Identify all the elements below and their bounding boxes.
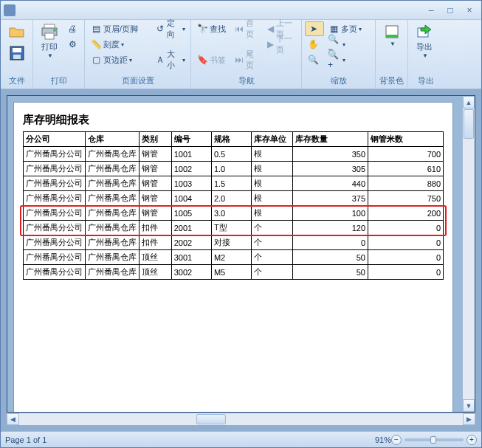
zoom-plus-button[interactable]: + (466, 435, 477, 445)
table-cell: 1.0 (211, 162, 251, 176)
bgcolor-group-label: 背景色 (379, 74, 404, 89)
table-cell: 广州番禺分公司 (24, 162, 86, 176)
pointer-icon: ➤ (308, 23, 320, 35)
pointer-tool-button[interactable]: ➤ (305, 21, 324, 36)
table-cell: 扣件 (140, 221, 172, 235)
table-row: 广州番禺分公司广州番禺仓库钢管10053.0根100200 (24, 206, 444, 221)
zoom-track[interactable] (404, 438, 464, 441)
table-cell: M5 (211, 265, 251, 280)
close-button[interactable]: × (461, 4, 478, 17)
size-button[interactable]: Ａ大小▾ (153, 52, 188, 67)
scale-button[interactable]: 📏刻度▾ (88, 37, 151, 52)
table-header: 钢管米数 (368, 132, 444, 147)
table-cell: 广州番禺仓库 (86, 250, 140, 265)
table-cell: 0 (368, 250, 444, 265)
svg-rect-6 (45, 33, 54, 39)
zoom-minus-button[interactable]: − (391, 435, 402, 445)
magnify-tool-button[interactable]: 🔍 (305, 52, 324, 67)
find-label: 查找 (210, 24, 226, 35)
quick-print-button[interactable]: 🖨 (64, 21, 82, 36)
table-cell: 440 (293, 176, 368, 191)
open-button[interactable] (4, 21, 30, 42)
printer-icon (41, 23, 58, 41)
table-cell: 根 (251, 162, 292, 176)
magnifier-icon: 🔍 (307, 54, 319, 66)
scroll-viewport: 库存明细报表 分公司仓库类别编号规格库存单位库存数量钢管米数 广州番禺分公司广州… (7, 95, 475, 413)
first-page-button[interactable]: ⏮首页 (232, 21, 261, 36)
scroll-thumb[interactable] (196, 414, 226, 424)
zoom-in-icon: 🔍+ (328, 54, 340, 66)
vertical-scrollbar[interactable]: ▲ ▼ (462, 96, 475, 412)
table-cell: 根 (251, 147, 292, 162)
page-status: Page 1 of 1 (5, 435, 47, 444)
table-cell: 2.0 (211, 191, 251, 206)
last-page-button[interactable]: ⏭尾页 (232, 52, 261, 67)
scroll-left-button[interactable]: ◀ (7, 413, 19, 425)
folder-open-icon (8, 23, 26, 41)
first-icon: ⏮ (234, 23, 244, 35)
prev-icon: ◀ (266, 23, 275, 35)
scroll-thumb[interactable] (464, 109, 474, 139)
table-cell: 个 (251, 250, 292, 265)
export-group-label: 导出 (411, 74, 441, 89)
export-button[interactable]: 导出 ▼ (411, 21, 438, 61)
chevron-down-icon: ▼ (422, 52, 428, 59)
table-cell: 顶丝 (140, 250, 172, 265)
margins-icon: ▢ (90, 54, 102, 66)
table-row: 广州番禺分公司广州番禺仓库扣件2001T型个1200 (24, 221, 444, 235)
table-cell: 100 (293, 206, 368, 221)
print-options-button[interactable]: ⚙ (64, 37, 82, 52)
zoom-thumb[interactable] (430, 436, 436, 444)
print-button[interactable]: 打印 ▼ (36, 21, 63, 61)
next-page-button[interactable]: ▶下一页 (264, 37, 298, 52)
table-header: 库存单位 (251, 132, 292, 147)
paint-icon (383, 23, 401, 41)
bgcolor-button[interactable]: ▼ (379, 21, 405, 49)
svg-point-5 (53, 29, 56, 32)
last-page-label: 尾页 (246, 49, 260, 71)
table-row: 广州番禺分公司广州番禺仓库顶丝3001M2个500 (24, 250, 444, 265)
hand-icon: ✋ (307, 38, 319, 50)
header-footer-button[interactable]: ▤页眉/页脚 (88, 21, 151, 36)
chevron-down-icon: ▼ (390, 41, 396, 47)
zoom-slider[interactable]: − + (391, 435, 477, 445)
bookmark-button[interactable]: 🔖书签 (194, 52, 230, 67)
hand-tool-button[interactable]: ✋ (305, 37, 324, 52)
page-setup-group-label: 页面设置 (88, 74, 187, 89)
table-cell: 钢管 (140, 206, 172, 221)
table-cell: 广州番禺分公司 (24, 235, 86, 250)
table-cell: 广州番禺仓库 (86, 235, 140, 250)
orientation-button[interactable]: ↺定向▾ (153, 21, 188, 36)
table-cell: 1.5 (211, 176, 251, 191)
minimize-button[interactable]: – (422, 4, 440, 17)
find-button[interactable]: 🔭查找 (194, 21, 230, 36)
scroll-right-button[interactable]: ▶ (463, 413, 475, 425)
table-cell: 2001 (171, 221, 211, 235)
table-row: 广州番禺分公司广州番禺仓库扣件2002对接个00 (24, 235, 444, 250)
scroll-up-button[interactable]: ▲ (463, 96, 475, 108)
next-page-label: 下一页 (276, 33, 296, 55)
horizontal-scrollbar[interactable]: ◀ ▶ (7, 413, 475, 425)
orientation-icon: ↺ (155, 23, 165, 35)
table-cell: 1003 (171, 176, 211, 191)
table-header: 规格 (211, 132, 251, 147)
svg-rect-2 (13, 55, 21, 59)
workspace: 库存明细报表 分公司仓库类别编号规格库存单位库存数量钢管米数 广州番禺分公司广州… (1, 89, 481, 431)
margins-button[interactable]: ▢页边距▾ (88, 52, 151, 67)
scroll-down-button[interactable]: ▼ (463, 399, 475, 412)
table-cell: 200 (368, 206, 444, 221)
table-row: 广州番禺分公司广州番禺仓库钢管10021.0根305610 (24, 162, 444, 176)
scroll-track[interactable] (19, 413, 463, 425)
table-cell: 广州番禺分公司 (24, 221, 86, 235)
svg-rect-8 (386, 35, 398, 38)
save-button[interactable] (4, 43, 30, 63)
size-icon: Ａ (155, 54, 165, 66)
svg-rect-1 (13, 48, 21, 52)
zoom-in-button[interactable]: 🔍+▾ (326, 52, 364, 67)
chevron-down-icon: ▾ (359, 26, 362, 32)
margins-label: 页边距 (103, 55, 128, 66)
maximize-button[interactable]: □ (441, 4, 459, 17)
table-cell: 广州番禺仓库 (86, 176, 140, 191)
table-cell: 广州番禺仓库 (86, 265, 140, 280)
table-cell: 50 (293, 250, 368, 265)
